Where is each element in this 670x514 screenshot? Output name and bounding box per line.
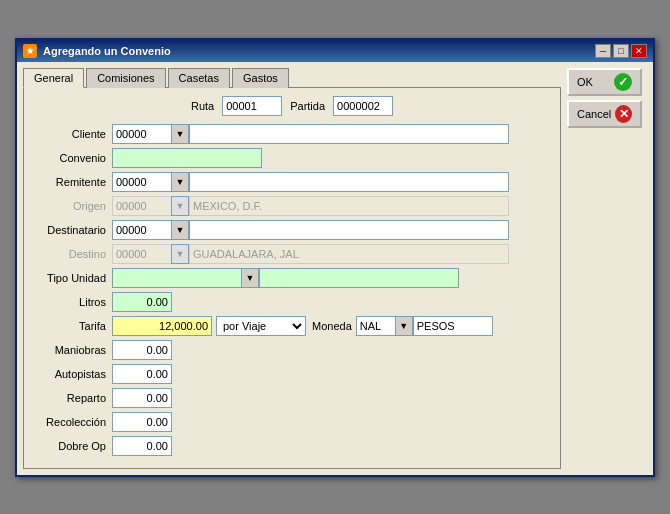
reparto-row: Reparto — [32, 388, 552, 408]
cliente-name-input[interactable] — [189, 124, 509, 144]
tab-gastos[interactable]: Gastos — [232, 68, 289, 88]
origen-label: Origen — [32, 200, 112, 212]
maniobras-row: Maniobras — [32, 340, 552, 360]
tipo-unidad-code-input[interactable] — [112, 268, 242, 288]
tab-casetas[interactable]: Casetas — [168, 68, 230, 88]
destino-label: Destino — [32, 248, 112, 260]
tipo-unidad-name-input[interactable] — [259, 268, 459, 288]
title-controls: ─ □ ✕ — [595, 44, 647, 58]
destino-dropdown-btn: ▼ — [171, 244, 189, 264]
moneda-code-input[interactable] — [356, 316, 396, 336]
dobre-op-row: Dobre Op — [32, 436, 552, 456]
litros-input[interactable] — [112, 292, 172, 312]
moneda-dropdown-btn[interactable]: ▼ — [395, 316, 413, 336]
maximize-button[interactable]: □ — [613, 44, 629, 58]
origen-code-input — [112, 196, 172, 216]
remitente-dropdown-btn[interactable]: ▼ — [171, 172, 189, 192]
right-panel: OK ✓ Cancel ✕ — [567, 68, 647, 469]
ruta-label: Ruta — [191, 100, 214, 112]
close-button[interactable]: ✕ — [631, 44, 647, 58]
maniobras-input[interactable] — [112, 340, 172, 360]
cliente-label: Cliente — [32, 128, 112, 140]
convenio-input[interactable] — [112, 148, 262, 168]
tarifa-label: Tarifa — [32, 320, 112, 332]
tarifa-tipo-select[interactable]: por Viaje — [216, 316, 306, 336]
moneda-label: Moneda — [312, 320, 352, 332]
destinatario-row: Destinatario ▼ — [32, 220, 552, 240]
ruta-input[interactable] — [222, 96, 282, 116]
dobre-op-input[interactable] — [112, 436, 172, 456]
autopistas-input[interactable] — [112, 364, 172, 384]
tab-comisiones[interactable]: Comisiones — [86, 68, 165, 88]
remitente-code-input[interactable] — [112, 172, 172, 192]
tab-content: Ruta Partida Cliente ▼ Convenio — [23, 87, 561, 469]
remitente-label: Remitente — [32, 176, 112, 188]
autopistas-label: Autopistas — [32, 368, 112, 380]
reparto-input[interactable] — [112, 388, 172, 408]
title-bar: ★ Agregando un Convenio ─ □ ✕ — [17, 40, 653, 62]
autopistas-row: Autopistas — [32, 364, 552, 384]
destino-row: Destino ▼ — [32, 244, 552, 264]
window-title: Agregando un Convenio — [43, 45, 171, 57]
cancel-icon: ✕ — [615, 105, 632, 123]
recoleccion-row: Recolección — [32, 412, 552, 432]
dobre-op-label: Dobre Op — [32, 440, 112, 452]
destino-code-input — [112, 244, 172, 264]
recoleccion-label: Recolección — [32, 416, 112, 428]
tab-general[interactable]: General — [23, 68, 84, 88]
ok-icon: ✓ — [614, 73, 632, 91]
destinatario-name-input[interactable] — [189, 220, 509, 240]
remitente-row: Remitente ▼ — [32, 172, 552, 192]
maniobras-label: Maniobras — [32, 344, 112, 356]
tipo-unidad-dropdown-btn[interactable]: ▼ — [241, 268, 259, 288]
reparto-label: Reparto — [32, 392, 112, 404]
recoleccion-input[interactable] — [112, 412, 172, 432]
origen-name-input — [189, 196, 509, 216]
tab-bar: General Comisiones Casetas Gastos — [23, 68, 561, 88]
destinatario-dropdown-btn[interactable]: ▼ — [171, 220, 189, 240]
remitente-name-input[interactable] — [189, 172, 509, 192]
main-area: General Comisiones Casetas Gastos Ruta P… — [23, 68, 561, 469]
tarifa-row: Tarifa por Viaje Moneda ▼ — [32, 316, 552, 336]
origen-dropdown-btn: ▼ — [171, 196, 189, 216]
litros-row: Litros — [32, 292, 552, 312]
cliente-row: Cliente ▼ — [32, 124, 552, 144]
convenio-row: Convenio — [32, 148, 552, 168]
title-bar-left: ★ Agregando un Convenio — [23, 44, 171, 58]
litros-label: Litros — [32, 296, 112, 308]
destinatario-code-input[interactable] — [112, 220, 172, 240]
moneda-name-input[interactable] — [413, 316, 493, 336]
tipo-unidad-label: Tipo Unidad — [32, 272, 112, 284]
ok-button[interactable]: OK ✓ — [567, 68, 642, 96]
partida-label: Partida — [290, 100, 325, 112]
partida-input[interactable] — [333, 96, 393, 116]
route-row: Ruta Partida — [32, 96, 552, 116]
destino-name-input — [189, 244, 509, 264]
main-window: ★ Agregando un Convenio ─ □ ✕ General Co… — [15, 38, 655, 477]
origen-row: Origen ▼ — [32, 196, 552, 216]
tipo-unidad-row: Tipo Unidad ▼ — [32, 268, 552, 288]
cliente-code-input[interactable] — [112, 124, 172, 144]
minimize-button[interactable]: ─ — [595, 44, 611, 58]
window-icon: ★ — [23, 44, 37, 58]
destinatario-label: Destinatario — [32, 224, 112, 236]
cancel-button[interactable]: Cancel ✕ — [567, 100, 642, 128]
window-body: General Comisiones Casetas Gastos Ruta P… — [17, 62, 653, 475]
cliente-dropdown-btn[interactable]: ▼ — [171, 124, 189, 144]
tarifa-input[interactable] — [112, 316, 212, 336]
convenio-label: Convenio — [32, 152, 112, 164]
